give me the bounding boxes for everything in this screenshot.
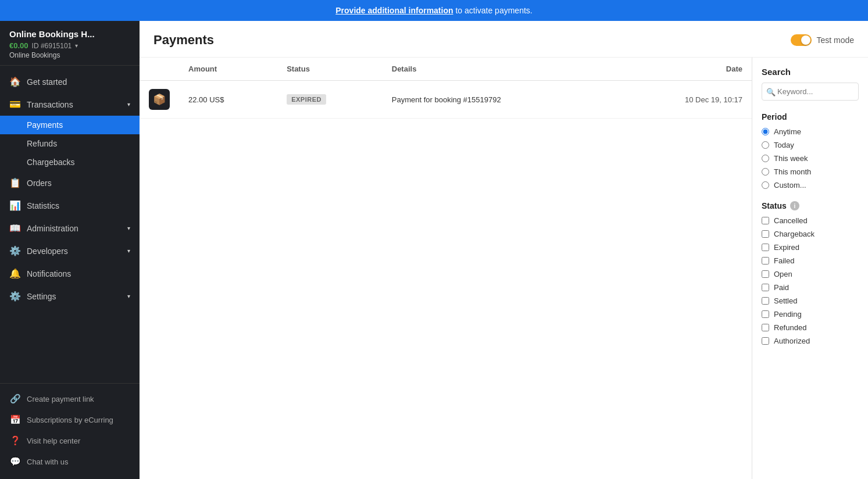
balance: €0.00 (9, 41, 28, 50)
search-input-wrap: 🔍 (762, 83, 859, 101)
sidebar-nav: 🏠 Get started 💳 Transactions ▾ Payments … (0, 66, 140, 383)
status-option-label: Cancelled (774, 216, 808, 225)
period-section: Period AnytimeTodayThis weekThis monthCu… (762, 112, 859, 190)
sidebar-item-subscriptions[interactable]: 📅 Subscriptions by eCurring (0, 409, 140, 430)
help-icon: ❓ (9, 435, 21, 446)
page-title: Payments (153, 33, 214, 48)
chat-icon: 💬 (9, 456, 21, 467)
top-banner: Provide additional information to activa… (0, 0, 868, 21)
sidebar-item-label: Create payment link (27, 395, 94, 403)
sidebar-item-label: Orders (27, 178, 52, 188)
merchant-icon-img: 📦 (149, 89, 170, 110)
period-option-label: Today (774, 141, 794, 149)
status-option-expired[interactable]: Expired (762, 243, 859, 252)
sidebar-item-label: Chat with us (27, 457, 69, 466)
search-title: Search (762, 67, 859, 77)
sidebar-item-notifications[interactable]: 🔔 Notifications (0, 262, 140, 285)
sidebar-item-administration[interactable]: 📖 Administration ▾ (0, 217, 140, 240)
col-methods (140, 58, 179, 81)
period-title: Period (762, 112, 859, 121)
sidebar-item-help[interactable]: ❓ Visit help center (0, 430, 140, 451)
account-name: Online Bookings (9, 50, 130, 59)
status-option-paid[interactable]: Paid (762, 283, 859, 292)
col-details-header: Details (383, 58, 614, 81)
sidebar: Online Bookings H... €0.00 ID #6915101 ▾… (0, 21, 140, 479)
sidebar-item-statistics[interactable]: 📊 Statistics (0, 194, 140, 217)
transactions-icon: 💳 (9, 99, 21, 110)
status-option-label: Chargeback (774, 230, 815, 238)
sidebar-item-payments[interactable]: Payments (0, 116, 140, 134)
period-option-label: This month (774, 167, 811, 176)
status-option-label: Open (774, 270, 792, 278)
col-methods: 📦 (140, 81, 179, 119)
status-option-label: Pending (774, 310, 802, 319)
status-option-label: Paid (774, 283, 789, 292)
col-amount: 22.00 US$ (179, 81, 277, 119)
merchant-icon: 📦 (149, 89, 170, 110)
notifications-icon: 🔔 (9, 268, 21, 279)
sidebar-item-label: Transactions (27, 100, 73, 109)
status-option-open[interactable]: Open (762, 270, 859, 278)
table-area: Amount Status Details Date 📦 22.00 US$ E… (140, 58, 752, 479)
banner-suffix: to activate payments. (453, 6, 533, 15)
status-option-cancelled[interactable]: Cancelled (762, 216, 859, 225)
col-status-header: Status (277, 58, 383, 81)
home-icon: 🏠 (9, 76, 21, 87)
status-option-label: Expired (774, 243, 799, 252)
chevron-down-icon: ▾ (127, 225, 130, 231)
sidebar-item-label: Settings (27, 292, 56, 301)
sidebar-item-create-payment-link[interactable]: 🔗 Create payment link (0, 388, 140, 409)
info-icon: i (790, 201, 799, 210)
page-header: Payments Test mode (140, 21, 868, 58)
status-option-chargeback[interactable]: Chargeback (762, 230, 859, 238)
chevron-down-icon: ▾ (127, 101, 130, 108)
sidebar-item-label: Visit help center (27, 437, 80, 445)
filter-panel: Search 🔍 Period AnytimeTodayThis weekThi… (752, 58, 868, 479)
sidebar-item-developers[interactable]: ⚙️ Developers ▾ (0, 240, 140, 262)
period-option-label: This week (774, 154, 808, 163)
content-area: Amount Status Details Date 📦 22.00 US$ E… (140, 58, 868, 479)
sidebar-item-get-started[interactable]: 🏠 Get started (0, 70, 140, 93)
period-option-custom[interactable]: Custom... (762, 181, 859, 190)
table-header-row: Amount Status Details Date (140, 58, 752, 81)
period-option-this-week[interactable]: This week (762, 154, 859, 163)
period-option-anytime[interactable]: Anytime (762, 127, 859, 136)
toggle-knob (801, 35, 810, 45)
toggle-switch[interactable] (791, 34, 812, 46)
test-mode-label: Test mode (816, 35, 854, 45)
dropdown-icon[interactable]: ▾ (75, 42, 78, 49)
sidebar-item-transactions[interactable]: 💳 Transactions ▾ (0, 93, 140, 116)
account-id: ID #6915101 (32, 42, 72, 50)
sidebar-item-chat[interactable]: 💬 Chat with us (0, 451, 140, 472)
col-date: 10 Dec 19, 10:17 (614, 81, 752, 119)
status-option-pending[interactable]: Pending (762, 310, 859, 319)
chevron-down-icon: ▾ (127, 248, 130, 254)
sidebar-item-orders[interactable]: 📋 Orders (0, 171, 140, 194)
status-option-refunded[interactable]: Refunded (762, 323, 859, 332)
sidebar-item-label: Developers (27, 246, 68, 256)
period-option-this-month[interactable]: This month (762, 167, 859, 176)
test-mode-toggle[interactable]: Test mode (791, 34, 854, 46)
developers-icon: ⚙️ (9, 245, 21, 256)
table-row[interactable]: 📦 22.00 US$ EXPIRED Payment for booking … (140, 81, 752, 119)
banner-link[interactable]: Provide additional information (335, 6, 453, 15)
sidebar-item-label: Get started (27, 77, 67, 87)
payments-table: Amount Status Details Date 📦 22.00 US$ E… (140, 58, 752, 119)
period-option-label: Anytime (774, 127, 801, 136)
sidebar-item-label: Statistics (27, 201, 59, 210)
sidebar-item-settings[interactable]: ⚙️ Settings ▾ (0, 285, 140, 308)
sidebar-bottom: 🔗 Create payment link 📅 Subscriptions by… (0, 383, 140, 479)
search-input[interactable] (762, 83, 859, 101)
status-option-authorized[interactable]: Authorized (762, 337, 859, 345)
status-title: Status i (762, 201, 859, 210)
subscriptions-icon: 📅 (9, 414, 21, 425)
status-option-label: Settled (774, 296, 797, 305)
status-option-failed[interactable]: Failed (762, 256, 859, 265)
sidebar-item-label: Payments (27, 120, 63, 130)
col-date-header: Date (614, 58, 752, 81)
period-option-today[interactable]: Today (762, 141, 859, 149)
status-option-label: Failed (774, 256, 794, 265)
status-option-settled[interactable]: Settled (762, 296, 859, 305)
sidebar-item-refunds[interactable]: Refunds (0, 134, 140, 153)
sidebar-item-chargebacks[interactable]: Chargebacks (0, 153, 140, 171)
